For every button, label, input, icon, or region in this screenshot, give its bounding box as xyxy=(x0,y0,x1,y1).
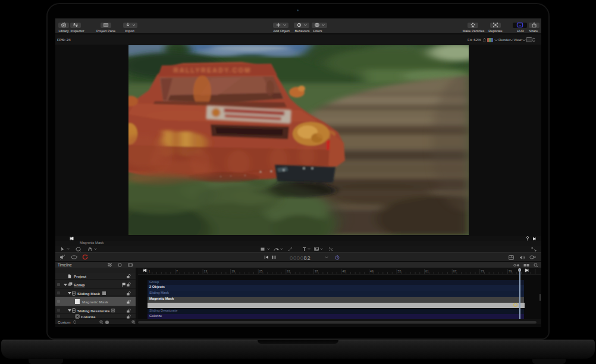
svg-text:19: 19 xyxy=(231,269,235,273)
svg-text:61: 61 xyxy=(425,269,429,273)
svg-text:49: 49 xyxy=(370,269,374,273)
svg-text:67: 67 xyxy=(453,269,457,273)
svg-text:37: 37 xyxy=(315,269,318,273)
svg-text:25: 25 xyxy=(259,269,263,273)
svg-text:55: 55 xyxy=(398,269,401,273)
svg-text:79: 79 xyxy=(509,269,512,273)
svg-text:13: 13 xyxy=(204,269,208,273)
svg-text:73: 73 xyxy=(481,269,484,273)
svg-text:1: 1 xyxy=(149,269,150,273)
svg-text:7: 7 xyxy=(176,269,178,273)
svg-text:43: 43 xyxy=(342,269,346,273)
svg-text:31: 31 xyxy=(287,269,290,273)
